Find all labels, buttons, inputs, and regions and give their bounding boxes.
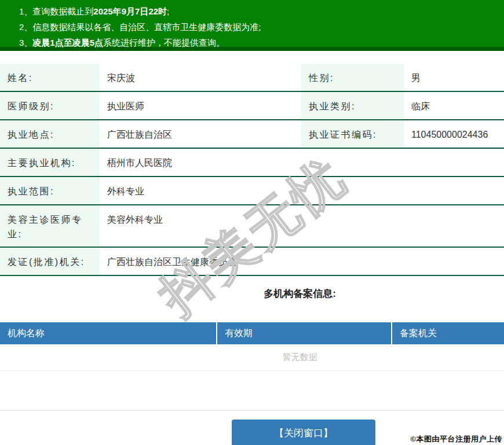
notice-bold-text: 2025年9月7日22时 <box>93 6 167 16</box>
column-header-institution-name: 机构名称 <box>0 322 216 344</box>
field-label-name: 姓名: <box>0 64 100 92</box>
notice-line-1: 1、查询数据截止到2025年9月7日22时; <box>19 3 498 19</box>
field-label-doctor-level: 医师级别: <box>0 92 100 120</box>
field-label-practice-type: 执业类别: <box>301 92 404 120</box>
field-value-cert-number: 110450000024436 <box>404 120 504 149</box>
notice-banner: 1、查询数据截止到2025年9月7日22时; 2、信息数据结果以各省、自治区、直… <box>0 0 504 51</box>
notice-number: 3、 <box>19 38 32 47</box>
column-header-validity-period: 有效期 <box>217 322 391 344</box>
field-value-main-institution: 梧州市人民医院 <box>100 149 504 177</box>
field-label-gender: 性别: <box>301 64 404 92</box>
multi-org-table: 机构名称 有效期 备案机关 暂无数据 <box>0 322 504 371</box>
notice-line-2: 2、信息数据结果以各省、自治区、直辖市卫生健康委数据为准; <box>19 19 498 35</box>
multi-org-table-header: 机构名称 有效期 备案机关 <box>0 322 504 344</box>
notice-bold-text: 凌晨1点至凌晨5点 <box>32 38 103 47</box>
multi-org-section-title: 多机构备案信息: <box>0 287 504 301</box>
field-label-practice-scope: 执业范围: <box>0 177 100 205</box>
close-window-button[interactable]: 【关闭窗口】 <box>232 420 375 445</box>
field-value-issuing-authority: 广西壮族自治区卫生健康委员会 <box>100 248 504 276</box>
field-label-cert-number: 执业证书编码: <box>301 120 404 149</box>
field-value-practice-scope: 外科专业 <box>100 177 504 205</box>
footer-divider <box>0 410 504 411</box>
field-label-cosmetic-specialty: 美容主诊医师专业: <box>0 205 100 248</box>
field-label-practice-place: 执业地点: <box>0 120 100 149</box>
notice-text: 信息数据结果以各省、自治区、直辖市卫生健康委数据为准; <box>32 22 261 32</box>
field-label-issuing-authority: 发证(批准)机关: <box>0 248 100 276</box>
field-value-name: 宋庆波 <box>100 64 301 92</box>
field-value-practice-type: 临床 <box>404 92 504 120</box>
notice-number: 2、 <box>19 22 32 32</box>
column-header-filing-authority: 备案机关 <box>392 322 504 344</box>
notice-line-3: 3、凌晨1点至凌晨5点系统进行维护，不能提供查询。 <box>19 35 498 50</box>
field-value-doctor-level: 执业医师 <box>100 92 301 120</box>
field-label-main-institution: 主要执业机构: <box>0 149 100 177</box>
upload-stamp-text: ©本图由平台注册用户上传 <box>410 434 502 444</box>
field-value-practice-place: 广西壮族自治区 <box>100 120 301 149</box>
field-value-gender: 男 <box>404 64 504 92</box>
license-query-page: 1、查询数据截止到2025年9月7日22时; 2、信息数据结果以各省、自治区、直… <box>0 0 504 445</box>
notice-text: 查询数据截止到 <box>32 6 93 16</box>
empty-data-placeholder: 暂无数据 <box>0 344 504 371</box>
notice-text: ; <box>167 6 169 16</box>
notice-number: 1、 <box>19 6 32 16</box>
notice-text: 系统进行维护，不能提供查询。 <box>103 38 225 47</box>
practitioner-info-table: 姓名: 宋庆波 性别: 男 医师级别: 执业医师 执业类别: 临床 执业地点: … <box>0 64 504 276</box>
field-value-cosmetic-specialty: 美容外科专业 <box>100 205 504 248</box>
